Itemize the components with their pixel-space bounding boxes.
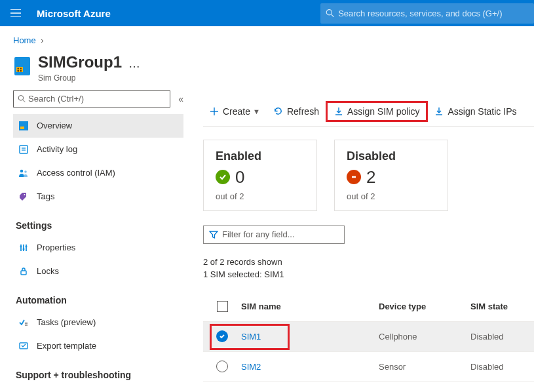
locks-icon xyxy=(18,266,29,277)
assign-sim-policy-button[interactable]: Assign SIM policy xyxy=(326,101,428,122)
create-button[interactable]: Create ▼ xyxy=(203,101,267,122)
sidebar-item-access-control[interactable]: Access control (IAM) xyxy=(13,161,183,185)
iam-icon xyxy=(18,168,29,178)
toolbar: Create ▼ Refresh Assign SIM policy Assig… xyxy=(203,101,534,127)
refresh-label: Refresh xyxy=(287,106,319,117)
column-header-name[interactable]: SIM name xyxy=(241,302,379,311)
filter-icon xyxy=(209,230,218,239)
sidebar-item-label: Tasks (preview) xyxy=(37,317,96,327)
main-content: Create ▼ Refresh Assign SIM policy Assig… xyxy=(190,90,534,392)
records-count: 2 of 2 records shown xyxy=(203,256,534,269)
refresh-button[interactable]: Refresh xyxy=(267,101,326,122)
error-badge-icon xyxy=(347,170,361,184)
breadcrumb-home-link[interactable]: Home xyxy=(13,35,36,45)
collapse-sidebar-button[interactable]: « xyxy=(178,94,183,104)
sidebar-section-support: Support + troubleshooting xyxy=(13,370,183,380)
disabled-card: Disabled 2 out of 2 xyxy=(334,140,448,211)
enabled-card: Enabled 0 out of 2 xyxy=(203,140,317,211)
svg-rect-23 xyxy=(21,271,26,275)
global-search-input[interactable] xyxy=(338,9,529,18)
assign-ips-label: Assign Static IPs xyxy=(448,106,516,117)
overview-icon xyxy=(18,121,29,131)
chevron-right-icon: › xyxy=(41,35,43,45)
assign-policy-label: Assign SIM policy xyxy=(347,106,419,117)
svg-rect-11 xyxy=(20,146,28,153)
properties-icon xyxy=(18,243,29,253)
download-icon xyxy=(434,107,444,116)
assign-static-ips-button[interactable]: Assign Static IPs xyxy=(428,101,523,122)
svg-point-0 xyxy=(326,10,332,15)
breadcrumb: Home › xyxy=(0,26,534,50)
records-selection: 1 SIM selected: SIM1 xyxy=(203,268,534,281)
select-all-checkbox[interactable] xyxy=(203,301,241,312)
status-cards: Enabled 0 out of 2 Disabled 2 out of 2 xyxy=(203,140,534,211)
svg-point-7 xyxy=(18,96,24,101)
global-search[interactable] xyxy=(320,3,534,24)
hamburger-menu-button[interactable] xyxy=(0,0,31,26)
device-type-cell: Sensor xyxy=(379,362,470,372)
search-icon xyxy=(326,9,334,18)
sidebar-item-tasks[interactable]: Tasks (preview) xyxy=(13,311,183,334)
sidebar-item-properties[interactable]: Properties xyxy=(13,236,183,260)
sim-table: SIM name Device type SIM state SIM1 Cell… xyxy=(203,292,534,382)
svg-line-8 xyxy=(23,100,25,102)
create-label: Create xyxy=(223,106,250,117)
checked-icon xyxy=(216,330,228,342)
sidebar-section-settings: Settings xyxy=(13,220,183,231)
sim-link[interactable]: SIM1 xyxy=(241,332,261,342)
disabled-label: Disabled xyxy=(347,149,436,163)
sidebar-item-label: Activity log xyxy=(37,144,77,154)
enabled-sub: out of 2 xyxy=(216,191,305,201)
search-icon xyxy=(18,94,26,103)
activity-log-icon xyxy=(18,144,29,155)
sidebar-item-locks[interactable]: Locks xyxy=(13,260,183,283)
sidebar-search[interactable] xyxy=(13,90,170,108)
success-badge-icon xyxy=(216,170,230,184)
sim-link[interactable]: SIM2 xyxy=(241,362,261,372)
svg-line-1 xyxy=(332,14,334,17)
svg-rect-5 xyxy=(18,70,19,71)
table-header: SIM name Device type SIM state xyxy=(203,292,534,322)
svg-point-21 xyxy=(23,248,25,250)
sidebar: « Overview Activity log Access control (… xyxy=(0,90,190,392)
page-title-row: SIMGroup1 Sim Group … xyxy=(0,50,534,90)
refresh-icon xyxy=(273,106,283,116)
disabled-value: 2 xyxy=(366,167,375,187)
svg-rect-4 xyxy=(20,68,22,69)
column-header-type[interactable]: Device type xyxy=(379,302,470,311)
table-row[interactable]: SIM1 Cellphone Disabled xyxy=(203,322,534,352)
sidebar-item-label: Properties xyxy=(37,243,75,252)
svg-point-14 xyxy=(20,169,24,172)
sidebar-item-overview[interactable]: Overview xyxy=(13,114,183,138)
sidebar-item-export-template[interactable]: Export template xyxy=(13,334,183,358)
enabled-label: Enabled xyxy=(216,149,305,163)
disabled-sub: out of 2 xyxy=(347,191,436,201)
sidebar-item-tags[interactable]: Tags xyxy=(13,185,183,208)
page-subtitle: Sim Group xyxy=(38,73,122,83)
enabled-value: 0 xyxy=(235,167,244,187)
sim-state-cell: Disabled xyxy=(470,362,534,372)
row-select[interactable] xyxy=(203,330,241,342)
more-actions-button[interactable]: … xyxy=(128,57,141,71)
resource-icon xyxy=(13,56,31,75)
device-type-cell: Cellphone xyxy=(379,332,470,342)
unchecked-icon xyxy=(216,361,228,372)
sidebar-item-label: Locks xyxy=(37,266,59,276)
table-row[interactable]: SIM2 Sensor Disabled xyxy=(203,352,534,382)
sidebar-search-input[interactable] xyxy=(28,94,166,104)
svg-rect-6 xyxy=(20,70,22,71)
sidebar-item-activity-log[interactable]: Activity log xyxy=(13,138,183,161)
column-header-state[interactable]: SIM state xyxy=(470,302,534,311)
filter-input[interactable] xyxy=(222,229,339,239)
svg-point-16 xyxy=(24,194,26,195)
export-template-icon xyxy=(18,341,29,351)
row-select[interactable] xyxy=(203,361,241,372)
sidebar-item-label: Overview xyxy=(37,121,72,130)
chevron-down-icon: ▼ xyxy=(253,108,260,115)
sidebar-item-label: Access control (IAM) xyxy=(37,168,115,178)
hamburger-icon xyxy=(10,9,21,17)
svg-point-15 xyxy=(24,170,27,173)
tags-icon xyxy=(18,191,29,202)
svg-rect-10 xyxy=(20,127,24,129)
filter-box[interactable] xyxy=(203,225,345,244)
